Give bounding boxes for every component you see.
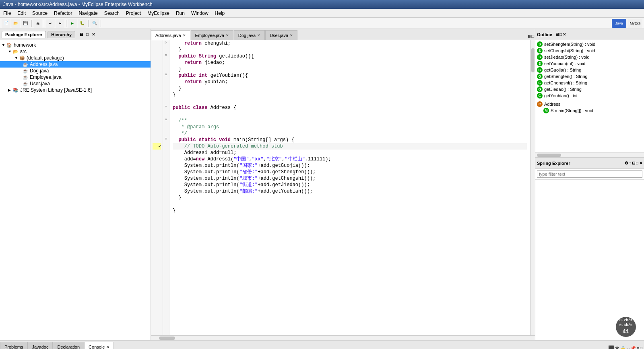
tab-console[interactable]: Console ✕ [84,342,114,349]
outline-item-getShengfen[interactable]: G getShengfen() : String [535,73,644,80]
tree-item-default-package[interactable]: ▼ 📦 (default package) [0,55,151,61]
outline-item-setYoubian[interactable]: S setYoubian(int) : void [535,60,644,67]
toolbar-sep-1 [31,20,32,27]
tree-item-user[interactable]: ☕ User.java [0,80,151,87]
tab-label-employee: Employee.java [195,33,224,38]
fold-btn-4[interactable]: ▽ [163,105,169,111]
outline-item-getGuojia[interactable]: G getGuojia() : String [535,67,644,73]
menu-source[interactable]: Source [29,10,51,17]
console-pin-icon[interactable]: 📌 [630,346,636,349]
tab-problems[interactable]: Problems [0,342,27,349]
toolbar-new[interactable]: 📄 [2,19,10,28]
spring-icon-1[interactable]: ⚙ [625,161,628,165]
toolbar-sep-5 [101,20,101,27]
menu-myeclipse[interactable]: MyEclipse [144,10,173,17]
panel-close[interactable]: ✕ [91,32,96,37]
menu-refactor[interactable]: Refactor [51,10,75,17]
panel-maximize[interactable]: □ [85,32,90,37]
src-icon: 📂 [13,49,19,54]
fold-btn-3[interactable]: ▽ [163,72,169,79]
spring-minimize[interactable]: ⊟ [632,161,635,165]
outline-item-getYoubian[interactable]: G getYoubian() : int [535,92,644,99]
tree-label-address: Address.java [30,62,58,67]
outline-maximize[interactable]: □ [559,32,562,37]
h-scrollbar-thumb[interactable] [159,337,175,340]
tree-item-employee[interactable]: ☕ Employee.java [0,74,151,80]
fold-btn[interactable]: ▷ [163,40,169,47]
outline-item-main[interactable]: M S main(String[]) : void [535,107,644,114]
editor-tab-employee[interactable]: Employee.java ✕ [191,30,233,40]
editor-tab-user[interactable]: User.java ✕ [265,30,297,40]
scrollbar-thumb[interactable] [531,48,535,72]
outline-item-getJiedao[interactable]: G getJiedao() : String [535,86,644,92]
line-num-marked: ✓ [153,143,161,150]
spring-icon-2[interactable]: ↕ [629,161,631,165]
package-explorer-tab[interactable]: Package Explorer [2,31,46,38]
menu-edit[interactable]: Edit [14,10,29,17]
console-word-wrap-icon[interactable]: ↵ [627,346,630,349]
menu-search[interactable]: Search [101,10,123,17]
toolbar-open[interactable]: 📂 [11,19,20,28]
fold-btn-2[interactable]: ▽ [163,53,169,60]
console-scroll-lock-icon[interactable]: 🔒 [620,346,626,349]
tab-declaration[interactable]: Declaration [53,342,84,349]
console-minimize[interactable]: ⊟ [637,346,639,349]
outline-minimize[interactable]: ⊟ [555,32,559,37]
tree-item-src[interactable]: ▼ 📂 src [0,48,151,55]
tab-close-user[interactable]: ✕ [290,33,293,37]
toolbar-print[interactable]: 🖨 [33,19,42,28]
spring-filter-area [535,169,644,180]
menu-window[interactable]: Window [188,10,212,17]
fold-btn-6[interactable]: ▽ [163,137,169,143]
outline-item-setShengfen[interactable]: S setShengfen(String) : void [535,41,644,47]
menu-help[interactable]: Help [212,10,228,17]
outline-item-address-class[interactable]: C Address [535,101,644,107]
panel-minimize[interactable]: ⊟ [78,32,84,37]
outline-close[interactable]: ✕ [563,32,566,37]
tree-arrow-default-pkg: ▼ [14,56,19,60]
console-tab-close[interactable]: ✕ [106,345,109,349]
spring-filter-input[interactable] [537,170,642,178]
network-upload: 0.2k/s [619,318,632,323]
menu-run[interactable]: Run [173,10,188,17]
editor-tab-address[interactable]: Address.java ✕ [151,30,190,40]
editor-tab-dog[interactable]: Dog.java ✕ [234,30,265,40]
editor-minimize-icon[interactable]: ⊟ [528,34,531,39]
outline-item-getChengshi[interactable]: G getChengshi() : String [535,80,644,86]
toolbar-save[interactable]: 💾 [21,19,30,28]
editor-scrollbar-v[interactable] [530,40,535,335]
toolbar-undo[interactable]: ↩ [46,19,55,28]
tab-close-dog[interactable]: ✕ [257,33,260,37]
menu-navigate[interactable]: Navigate [75,10,101,17]
console-terminate-icon[interactable]: ⬛ [608,345,614,349]
console-clear-icon[interactable]: 🗑 [615,346,619,349]
toolbar-debug[interactable]: 🐛 [78,19,87,28]
editor-maximize-icon[interactable]: □ [531,34,534,39]
outline-item-setJiedao[interactable]: S setJiedao(String) : void [535,54,644,60]
tab-close-address[interactable]: ✕ [183,33,186,37]
outline-panel: Outline ⊟ □ ✕ S setShengfen(String) : vo… [535,29,644,158]
editor-scrollbar-h[interactable] [151,335,535,340]
tree-item-jre[interactable]: ▶ 📚 JRE System Library [JavaSE-1.6] [0,87,151,93]
outline-h-scroll-thumb[interactable] [537,154,561,157]
outline-item-setChengshi[interactable]: S setChengshi(String) : void [535,47,644,54]
console-maximize[interactable]: □ [640,346,642,349]
toolbar-java-perspective[interactable]: Java [612,19,626,28]
toolbar-search[interactable]: 🔍 [90,19,99,28]
toolbar-redo[interactable]: ↪ [56,19,64,28]
toolbar-run[interactable]: ▶ [68,19,77,28]
tree-item-homework[interactable]: ▼ 🏠 homework [0,42,151,48]
tab-javadoc[interactable]: Javadoc [27,342,53,349]
spring-maximize[interactable]: □ [636,161,638,165]
fold-btn-5[interactable]: ▽ [163,117,169,124]
code-editor[interactable]: return chengshi; } public String getJied… [169,40,530,335]
tree-item-dog[interactable]: ☕ Dog.java [0,68,151,74]
tree-item-address[interactable]: ☕ Address.java [0,61,151,68]
menu-project[interactable]: Project [123,10,144,17]
hierarchy-tab[interactable]: Hierarchy [47,31,75,38]
spring-close[interactable]: ✕ [639,161,642,165]
toolbar-myecli-perspective[interactable]: MyEcli [628,19,642,28]
tree-arrow-homework: ▼ [2,43,6,47]
menu-file[interactable]: File [0,10,14,17]
tab-close-employee[interactable]: ✕ [226,33,229,37]
